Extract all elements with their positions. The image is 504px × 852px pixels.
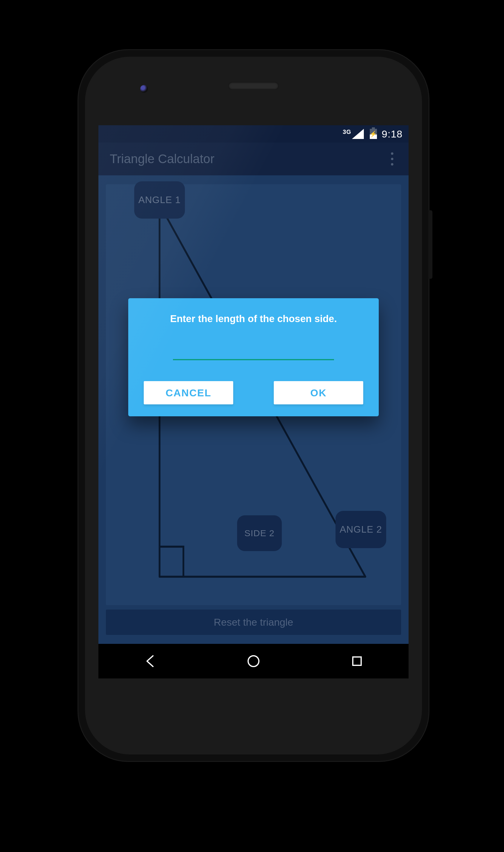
svg-rect-1	[353, 657, 361, 665]
dialog-actions: CANCEL OK	[143, 381, 364, 404]
screen: 3G 9:18 Triangle Calculator ANGLE 1	[98, 125, 409, 678]
back-icon	[143, 654, 157, 668]
device-camera	[140, 85, 148, 93]
device-speaker	[228, 82, 279, 90]
device-power-button	[428, 210, 432, 279]
side-length-input[interactable]	[173, 345, 334, 360]
clock: 9:18	[382, 128, 402, 140]
cancel-button[interactable]: CANCEL	[144, 381, 233, 404]
home-icon	[246, 654, 260, 668]
nav-bar	[98, 644, 409, 678]
nav-home-button[interactable]	[243, 651, 264, 672]
dialog-title: Enter the length of the chosen side.	[143, 313, 364, 324]
status-bar: 3G 9:18	[98, 125, 409, 143]
device-frame: 3G 9:18 Triangle Calculator ANGLE 1	[77, 49, 429, 762]
recent-icon	[350, 654, 364, 668]
battery-icon	[370, 129, 377, 139]
nav-recent-button[interactable]	[346, 651, 367, 672]
svg-point-0	[248, 656, 259, 667]
signal-icon	[352, 129, 364, 139]
ok-button[interactable]: OK	[274, 381, 363, 404]
input-dialog: Enter the length of the chosen side. CAN…	[128, 298, 379, 416]
network-label: 3G	[343, 129, 351, 135]
nav-back-button[interactable]	[140, 651, 160, 672]
